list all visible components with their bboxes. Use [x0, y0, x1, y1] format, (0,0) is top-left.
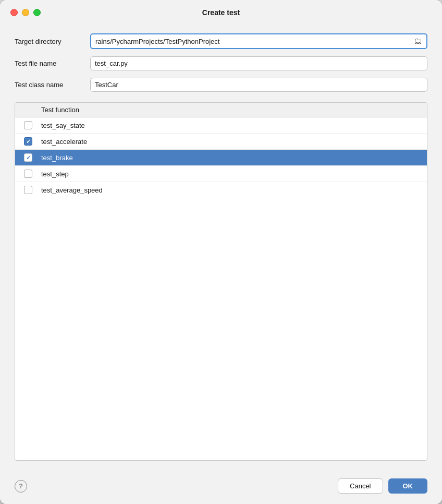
- table-row[interactable]: ✓ test_brake: [15, 150, 427, 166]
- row-label-3: test_brake: [41, 154, 427, 162]
- row-label-4: test_step: [41, 170, 427, 178]
- help-button[interactable]: ?: [15, 480, 27, 493]
- target-directory-input-wrap: 🗂: [90, 33, 427, 49]
- dialog-content: Target directory 🗂 Test file name Test c…: [0, 23, 442, 471]
- table-row[interactable]: test_say_state: [15, 117, 427, 134]
- cancel-button[interactable]: Cancel: [338, 478, 383, 494]
- row-checkbox-col: ✓: [15, 137, 41, 146]
- window-controls: [10, 9, 41, 16]
- row-checkbox-col: [15, 170, 41, 178]
- table-body: test_say_state ✓ test_accelerate ✓: [15, 117, 427, 198]
- row-checkbox-5[interactable]: [24, 186, 32, 194]
- test-class-input[interactable]: [91, 78, 427, 91]
- target-directory-row: Target directory 🗂: [15, 33, 427, 49]
- test-file-input[interactable]: [91, 57, 427, 70]
- test-file-label: Test file name: [15, 59, 90, 67]
- table-row[interactable]: test_step: [15, 166, 427, 182]
- row-checkbox-col: ✓: [15, 153, 41, 162]
- folder-icon: 🗂: [414, 37, 422, 46]
- function-column-header: Test function: [41, 106, 427, 114]
- table-row[interactable]: ✓ test_accelerate: [15, 134, 427, 150]
- test-class-row: Test class name: [15, 78, 427, 92]
- title-bar: Create test: [0, 0, 442, 23]
- row-checkbox-col: [15, 186, 41, 194]
- maximize-button[interactable]: [33, 9, 41, 16]
- row-checkbox-2[interactable]: ✓: [24, 137, 32, 146]
- dialog-title: Create test: [202, 8, 240, 17]
- table-header: Test function: [15, 103, 427, 117]
- row-checkbox-4[interactable]: [24, 170, 32, 178]
- row-label-5: test_average_speed: [41, 186, 427, 194]
- target-directory-label: Target directory: [15, 38, 90, 45]
- test-file-input-wrap: [90, 56, 427, 70]
- row-checkbox-3[interactable]: ✓: [24, 153, 32, 162]
- test-class-label: Test class name: [15, 81, 90, 89]
- bottom-bar: ? Cancel OK: [0, 471, 442, 504]
- checkmark-icon: ✓: [26, 155, 31, 161]
- action-buttons: Cancel OK: [338, 478, 427, 494]
- row-checkbox-1[interactable]: [24, 121, 32, 129]
- close-button[interactable]: [10, 9, 18, 16]
- ok-button[interactable]: OK: [388, 478, 428, 494]
- test-function-table: Test function test_say_state ✓: [15, 102, 427, 461]
- minimize-button[interactable]: [22, 9, 29, 16]
- row-checkbox-col: [15, 121, 41, 129]
- row-label-1: test_say_state: [41, 122, 427, 129]
- create-test-dialog: Create test Target directory 🗂 Test file…: [0, 0, 442, 504]
- checkmark-icon: ✓: [26, 139, 31, 145]
- browse-folder-button[interactable]: 🗂: [410, 34, 426, 48]
- test-file-row: Test file name: [15, 56, 427, 70]
- row-label-2: test_accelerate: [41, 138, 427, 146]
- test-class-input-wrap: [90, 78, 427, 92]
- target-directory-input[interactable]: [91, 35, 410, 48]
- table-row[interactable]: test_average_speed: [15, 182, 427, 198]
